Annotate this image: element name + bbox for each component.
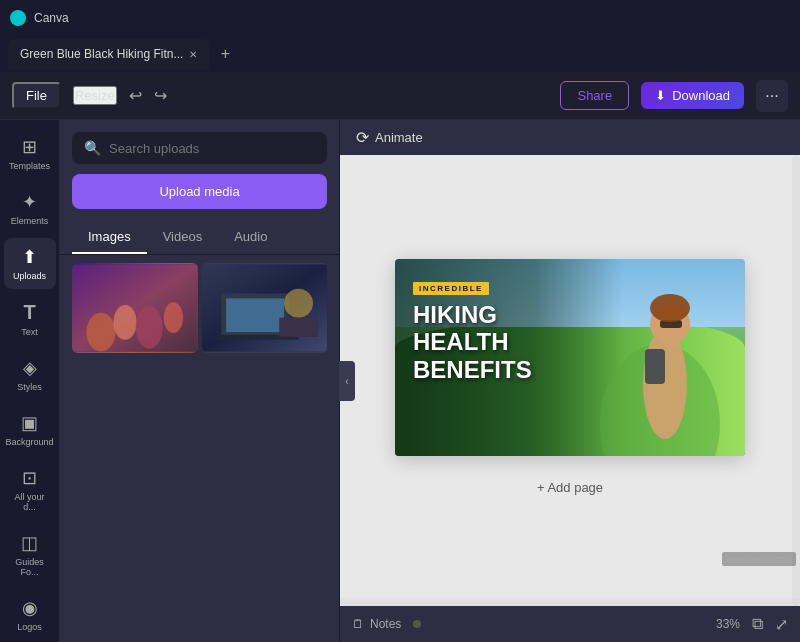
sidebar-item-guides-label: Guides Fo... (8, 557, 52, 577)
download-button[interactable]: ⬇ Download (641, 82, 744, 109)
sidebar-item-background-label: Background (5, 437, 53, 447)
title-line2: HEALTH (413, 328, 532, 356)
tab-label: Green Blue Black Hiking Fitn... (20, 47, 183, 61)
main-toolbar: File Resize ↩ ↪ Share ⬇ Download ··· (0, 72, 800, 120)
image-grid (60, 255, 339, 361)
svg-rect-13 (279, 318, 318, 337)
sidebar-item-guides[interactable]: ◫ Guides Fo... (4, 524, 56, 585)
fit-page-button[interactable]: ⧉ (752, 615, 763, 633)
title-line3: BENEFITS (413, 356, 532, 384)
tab-images[interactable]: Images (72, 221, 147, 254)
canvas-toolbar: ⟳ Animate (340, 120, 800, 155)
search-box: 🔍 (72, 132, 327, 164)
title-line1: HIKING (413, 301, 532, 329)
resize-button[interactable]: Resize (73, 86, 117, 105)
share-button[interactable]: Share (560, 81, 629, 110)
background-icon: ▣ (21, 412, 38, 434)
sidebar-item-templates[interactable]: ⊞ Templates (4, 128, 56, 179)
main-area: ⊞ Templates ✦ Elements ⬆ Uploads T Text … (0, 120, 800, 642)
animate-icon: ⟳ (356, 128, 369, 147)
new-tab-button[interactable]: + (213, 42, 237, 66)
sidebar-item-uploads-label: Uploads (13, 271, 46, 281)
text-icon: T (23, 301, 35, 324)
notes-label: Notes (370, 617, 401, 631)
notes-icon: 🗒 (352, 617, 364, 631)
upload-panel: 🔍 Upload media Images Videos Audio (60, 120, 340, 642)
sidebar-item-elements-label: Elements (11, 216, 49, 226)
sidebar-item-logos-label: Logos (17, 622, 42, 632)
uploads-icon: ⬆ (22, 246, 37, 268)
download-label: Download (672, 88, 730, 103)
styles-icon: ◈ (23, 357, 37, 379)
fullscreen-button[interactable]: ⤢ (775, 615, 788, 634)
svg-rect-10 (226, 298, 284, 332)
tab-videos[interactable]: Videos (147, 221, 219, 254)
sidebar-icons: ⊞ Templates ✦ Elements ⬆ Uploads T Text … (0, 120, 60, 642)
search-icon: 🔍 (84, 140, 101, 156)
sidebar-item-allyour[interactable]: ⊡ All your d... (4, 459, 56, 520)
active-tab[interactable]: Green Blue Black Hiking Fitn... ✕ (8, 39, 209, 69)
allyour-icon: ⊡ (22, 467, 37, 489)
horizontal-scrollbar[interactable] (340, 598, 800, 606)
more-options-button[interactable]: ··· (756, 80, 788, 112)
download-icon: ⬇ (655, 88, 666, 103)
file-menu-button[interactable]: File (12, 82, 61, 109)
svg-point-5 (136, 306, 163, 348)
canvas-bottom-bar: 🗒 Notes 33% ⧉ ⤢ (340, 606, 800, 642)
canvas-design-card[interactable]: INCREDIBLE HIKING HEALTH BENEFITS (395, 259, 745, 456)
sidebar-item-styles[interactable]: ◈ Styles (4, 349, 56, 400)
tab-audio[interactable]: Audio (218, 221, 283, 254)
sidebar-item-elements[interactable]: ✦ Elements (4, 183, 56, 234)
guides-icon: ◫ (21, 532, 38, 554)
more-icon: ··· (765, 87, 778, 105)
add-page-button[interactable]: + Add page (470, 472, 670, 503)
undo-button[interactable]: ↩ (129, 86, 142, 105)
sidebar-item-templates-label: Templates (9, 161, 50, 171)
upload-tabs: Images Videos Audio (60, 221, 339, 255)
vertical-scrollbar[interactable] (792, 155, 800, 606)
svg-point-12 (284, 289, 313, 318)
sidebar-item-background[interactable]: ▣ Background (4, 404, 56, 455)
sidebar-item-text[interactable]: T Text (4, 293, 56, 345)
app-icon (10, 10, 26, 26)
upload-panel-inner: 🔍 Upload media (60, 120, 339, 221)
svg-point-19 (650, 294, 690, 322)
incredible-badge: INCREDIBLE (413, 282, 489, 295)
design-text: INCREDIBLE HIKING HEALTH BENEFITS (413, 277, 532, 384)
watermark: www.teutaq.com (722, 552, 796, 566)
zoom-level: 33% (716, 617, 740, 631)
canvas-card-wrapper: ⧉ ⤢ (395, 259, 745, 456)
tab-bar: Green Blue Black Hiking Fitn... ✕ + (0, 36, 800, 72)
image-thumb-1[interactable] (72, 263, 198, 353)
svg-point-6 (164, 302, 183, 333)
redo-button[interactable]: ↪ (154, 86, 167, 105)
title-bar: Canva (0, 0, 800, 36)
animate-button[interactable]: ⟳ Animate (356, 128, 423, 147)
templates-icon: ⊞ (22, 136, 37, 158)
elements-icon: ✦ (22, 191, 37, 213)
notes-button[interactable]: 🗒 Notes (352, 617, 401, 631)
canvas-area: ⟳ Animate ⧉ ⤢ (340, 120, 800, 642)
animate-label: Animate (375, 130, 423, 145)
sidebar-item-logos[interactable]: ◉ Logos (4, 589, 56, 640)
panel-collapse-button[interactable]: ‹ (339, 361, 355, 401)
app-name: Canva (34, 11, 790, 25)
svg-point-3 (86, 313, 115, 352)
image-thumb-2[interactable] (202, 263, 328, 353)
sidebar-item-text-label: Text (21, 327, 38, 337)
canvas-content: ⧉ ⤢ (395, 259, 745, 503)
svg-point-0 (13, 13, 23, 23)
logos-icon: ◉ (22, 597, 38, 619)
sidebar-item-allyour-label: All your d... (8, 492, 52, 512)
canvas-scroll-area[interactable]: ⧉ ⤢ (340, 155, 800, 606)
upload-media-button[interactable]: Upload media (72, 174, 327, 209)
progress-dot (413, 620, 421, 628)
sidebar-item-uploads[interactable]: ⬆ Uploads (4, 238, 56, 289)
search-input[interactable] (109, 141, 315, 156)
sidebar-item-styles-label: Styles (17, 382, 42, 392)
tab-close-icon[interactable]: ✕ (189, 49, 197, 60)
svg-rect-17 (645, 349, 665, 384)
svg-point-4 (114, 305, 137, 340)
